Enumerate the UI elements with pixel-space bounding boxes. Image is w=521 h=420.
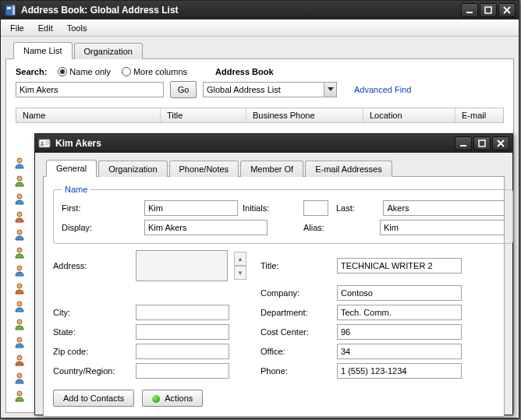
- svg-rect-24: [460, 145, 466, 146]
- person-icon: [13, 210, 26, 223]
- go-button[interactable]: Go: [170, 81, 197, 98]
- add-to-contacts-button[interactable]: Add to Contacts: [53, 390, 134, 407]
- col-email[interactable]: E-mail: [455, 108, 503, 122]
- city-label: City:: [53, 308, 131, 317]
- title-field[interactable]: [337, 258, 462, 274]
- main-titlebar[interactable]: Address Book: Global Address List: [1, 1, 519, 19]
- person-icon: [13, 372, 26, 384]
- tab-organization[interactable]: Organization: [98, 161, 167, 177]
- person-icon: [13, 354, 26, 366]
- svg-point-5: [17, 158, 22, 163]
- svg-point-14: [17, 319, 22, 324]
- tab-organization[interactable]: Organization: [74, 43, 143, 59]
- presence-icon: [152, 395, 160, 403]
- name-group-legend: Name: [62, 185, 90, 194]
- address-field[interactable]: [136, 250, 228, 281]
- radio-name-only-label: Name only: [69, 67, 111, 76]
- person-icon: [13, 390, 26, 402]
- child-maximize-button[interactable]: [473, 136, 491, 150]
- state-field[interactable]: [136, 324, 229, 340]
- combo-dropdown-button[interactable]: [324, 83, 336, 97]
- last-label: Last:: [336, 203, 375, 213]
- child-client: General Organization Phone/Notes Member …: [35, 153, 512, 415]
- address-book-icon: [4, 4, 16, 16]
- child-title: Kim Akers: [55, 138, 455, 149]
- chevron-down-icon: [328, 87, 334, 92]
- main-title: Address Book: Global Address List: [21, 5, 461, 16]
- person-icon: [13, 318, 26, 330]
- maximize-button[interactable]: [480, 3, 497, 17]
- initials-field[interactable]: [303, 200, 328, 216]
- first-field[interactable]: [144, 200, 238, 216]
- display-field[interactable]: [144, 220, 268, 235]
- country-field[interactable]: [136, 363, 229, 379]
- results-header: Name Title Business Phone Location E-mai…: [16, 108, 504, 123]
- menu-edit[interactable]: Edit: [32, 22, 59, 34]
- tab-member-of[interactable]: Member Of: [240, 161, 303, 177]
- svg-point-12: [17, 284, 22, 288]
- svg-point-6: [17, 176, 22, 181]
- menu-file[interactable]: File: [4, 22, 30, 34]
- department-label: Department:: [260, 308, 332, 317]
- phone-field[interactable]: [337, 363, 462, 379]
- advanced-find-link[interactable]: Advanced Find: [354, 85, 411, 94]
- result-icons: [13, 157, 29, 402]
- menu-tools[interactable]: Tools: [61, 22, 94, 34]
- minimize-button[interactable]: [461, 3, 478, 17]
- svg-rect-3: [466, 12, 473, 13]
- last-field[interactable]: [383, 200, 505, 216]
- search-input[interactable]: [16, 82, 164, 97]
- svg-point-15: [17, 337, 22, 342]
- address-spin: ▲ ▼: [234, 252, 246, 280]
- close-button[interactable]: [498, 3, 516, 17]
- child-minimize-button[interactable]: [455, 136, 472, 150]
- radio-icon: [122, 67, 131, 76]
- svg-rect-1: [12, 5, 15, 15]
- child-titlebar[interactable]: Kim Akers: [35, 134, 512, 153]
- svg-rect-23: [45, 144, 48, 145]
- child-tabstrip: General Organization Phone/Notes Member …: [43, 159, 505, 176]
- spin-up-icon[interactable]: ▲: [234, 252, 246, 266]
- radio-name-only[interactable]: Name only: [58, 67, 111, 76]
- person-icon: [13, 157, 26, 169]
- svg-point-18: [17, 391, 22, 396]
- tab-general[interactable]: General: [46, 160, 97, 177]
- radio-more-columns-label: More columns: [133, 67, 187, 76]
- costcenter-label: Cost Center:: [260, 327, 332, 337]
- svg-point-8: [17, 212, 22, 217]
- contact-card-icon: [38, 137, 51, 150]
- costcenter-field[interactable]: [337, 324, 462, 340]
- svg-point-20: [41, 141, 43, 143]
- address-label: Address:: [53, 261, 131, 270]
- zip-field[interactable]: [136, 344, 229, 359]
- office-field[interactable]: [337, 344, 462, 359]
- menubar: File Edit Tools: [1, 19, 519, 37]
- address-book-combo[interactable]: [203, 82, 337, 97]
- svg-rect-0: [5, 5, 12, 16]
- tab-name-list[interactable]: Name List: [13, 42, 73, 59]
- col-location[interactable]: Location: [363, 108, 455, 122]
- radio-icon: [58, 67, 67, 76]
- tab-email-addresses[interactable]: E-mail Addresses: [305, 161, 392, 177]
- child-close-button[interactable]: [492, 136, 509, 150]
- spin-down-icon[interactable]: ▼: [234, 266, 246, 280]
- col-business-phone[interactable]: Business Phone: [246, 108, 363, 122]
- radio-more-columns[interactable]: More columns: [122, 67, 187, 76]
- svg-point-11: [17, 266, 22, 270]
- company-field[interactable]: [337, 285, 462, 301]
- alias-field[interactable]: [380, 220, 505, 235]
- svg-point-7: [17, 194, 22, 199]
- col-title[interactable]: Title: [161, 108, 246, 122]
- city-field[interactable]: [136, 305, 229, 320]
- svg-rect-4: [485, 7, 491, 13]
- person-icon: [13, 228, 26, 241]
- person-icon: [13, 300, 26, 312]
- person-icon: [13, 175, 26, 187]
- tab-phone-notes[interactable]: Phone/Notes: [169, 161, 239, 177]
- initials-label: Initials:: [243, 203, 299, 213]
- col-name[interactable]: Name: [16, 108, 161, 122]
- department-field[interactable]: [337, 305, 462, 320]
- actions-button[interactable]: Actions: [142, 390, 203, 407]
- person-icon: [13, 264, 26, 277]
- alias-label: Alias:: [303, 223, 375, 232]
